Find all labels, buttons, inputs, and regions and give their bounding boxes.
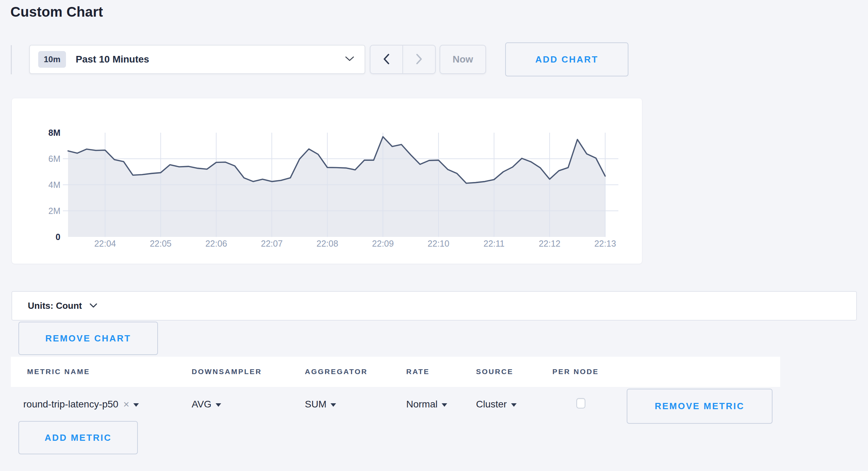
time-range-dropdown[interactable]: 10m Past 10 Minutes xyxy=(29,45,365,74)
page-title: Custom Chart xyxy=(10,4,103,20)
metric-name-select[interactable]: round-trip-latency-p50 × xyxy=(23,397,139,411)
caret-down-icon xyxy=(216,403,221,407)
metric-name-value: round-trip-latency-p50 xyxy=(23,399,118,410)
time-back-button[interactable] xyxy=(370,46,403,73)
col-header-downsampler: DOWNSAMPLER xyxy=(192,367,262,376)
caret-down-icon xyxy=(511,403,517,407)
aggregator-value: SUM xyxy=(305,399,326,410)
chevron-down-icon xyxy=(90,303,97,309)
x-tick-label: 22:11 xyxy=(484,239,505,249)
metrics-table-header xyxy=(11,357,780,387)
col-header-source: SOURCE xyxy=(476,367,514,376)
units-label: Units: Count xyxy=(28,300,82,311)
time-nav-group xyxy=(370,45,436,74)
add-metric-button[interactable]: ADD METRIC xyxy=(18,421,138,454)
x-tick-label: 22:04 xyxy=(94,239,116,249)
time-range-label: Past 10 Minutes xyxy=(76,54,149,65)
latency-chart[interactable] xyxy=(68,133,605,237)
y-tick-label: 8M xyxy=(22,128,60,138)
y-tick-label: 4M xyxy=(22,180,60,190)
chevron-left-icon xyxy=(383,53,390,66)
y-tick-label: 0 xyxy=(22,232,60,242)
add-chart-button[interactable]: ADD CHART xyxy=(505,42,628,76)
source-value: Cluster xyxy=(476,399,507,410)
col-header-aggregator: AGGREGATOR xyxy=(305,367,368,376)
remove-tag-icon[interactable]: × xyxy=(123,398,130,410)
caret-down-icon xyxy=(331,403,336,407)
y-tick-label: 6M xyxy=(22,154,60,164)
caret-down-icon xyxy=(133,403,139,407)
time-range-badge: 10m xyxy=(38,51,66,68)
chevron-right-icon xyxy=(416,53,423,66)
chart-card: 02M4M6M8M 22:0422:0522:0622:0722:0822:09… xyxy=(11,98,642,264)
chevron-down-icon xyxy=(345,56,354,63)
rate-select[interactable]: Normal xyxy=(406,397,447,411)
units-dropdown[interactable]: Units: Count xyxy=(11,291,857,321)
per-node-checkbox[interactable] xyxy=(576,398,585,408)
x-tick-label: 22:08 xyxy=(317,239,339,249)
x-tick-label: 22:13 xyxy=(594,239,616,249)
x-tick-label: 22:12 xyxy=(539,239,561,249)
x-tick-label: 22:06 xyxy=(205,239,227,249)
remove-chart-button[interactable]: REMOVE CHART xyxy=(18,322,158,355)
x-tick-label: 22:09 xyxy=(372,239,394,249)
caret-down-icon xyxy=(442,403,447,407)
toolbar-divider xyxy=(11,45,12,74)
col-header-metric-name: METRIC NAME xyxy=(27,367,90,376)
source-select[interactable]: Cluster xyxy=(476,397,517,411)
x-tick-label: 22:05 xyxy=(150,239,172,249)
x-tick-label: 22:10 xyxy=(428,239,450,249)
time-forward-button[interactable] xyxy=(403,46,435,73)
downsampler-select[interactable]: AVG xyxy=(192,397,221,411)
aggregator-select[interactable]: SUM xyxy=(305,397,336,411)
now-button[interactable]: Now xyxy=(440,45,486,74)
downsampler-value: AVG xyxy=(192,399,211,410)
col-header-rate: RATE xyxy=(406,367,430,376)
col-header-per-node: PER NODE xyxy=(552,367,599,376)
remove-metric-button[interactable]: REMOVE METRIC xyxy=(627,389,773,424)
x-tick-label: 22:07 xyxy=(261,239,283,249)
y-tick-label: 2M xyxy=(22,206,60,216)
rate-value: Normal xyxy=(406,399,437,410)
